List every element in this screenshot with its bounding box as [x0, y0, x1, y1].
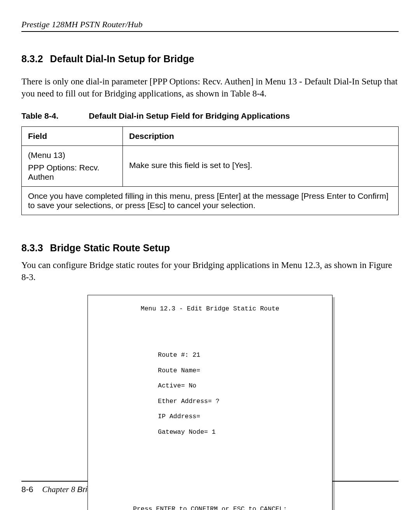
- terminal-line: Active= No: [100, 382, 320, 390]
- terminal-line: Gateway Node= 1: [100, 428, 320, 436]
- terminal-line: IP Address=: [100, 413, 320, 421]
- terminal-footer: Press ENTER to CONFIRM or ESC to CANCEL:: [100, 505, 320, 510]
- terminal-blank: [100, 475, 320, 482]
- table-cell-field: (Menu 13) PPP Options: Recv. Authen: [22, 146, 123, 187]
- table-header-field: Field: [22, 127, 123, 146]
- terminal-box: Menu 12.3 - Edit Bridge Static Route Rou…: [88, 295, 332, 510]
- table-cell-description: Make sure this field is set to [Yes].: [123, 146, 399, 187]
- table-row: (Menu 13) PPP Options: Recv. Authen Make…: [22, 146, 399, 187]
- terminal-blank: [100, 459, 320, 467]
- description-text: Make sure this field is set to [Yes].: [129, 161, 252, 170]
- section1-body: There is only one dial-in parameter [PPP…: [21, 75, 399, 100]
- spacer: [129, 151, 392, 161]
- terminal-line: Route #: 21: [100, 351, 320, 359]
- field-line2: PPP Options: Recv. Authen: [28, 163, 100, 181]
- field-line1: (Menu 13): [28, 151, 116, 160]
- section-heading-1: 8.3.2Default Dial-In Setup for Bridge: [21, 53, 399, 65]
- section-number: 8.3.3: [21, 242, 43, 254]
- terminal-blank: [100, 336, 320, 344]
- table-header-row: Field Description: [22, 127, 399, 146]
- table-footer-note: Once you have completed filling in this …: [22, 187, 399, 215]
- table-caption-number: Table 8-4.: [21, 111, 58, 121]
- table-row: Once you have completed filling in this …: [22, 187, 399, 215]
- section-title: Default Dial-In Setup for Bridge: [50, 53, 194, 64]
- terminal-blank: [100, 444, 320, 452]
- terminal-blank: [100, 490, 320, 498]
- table-caption: Table 8-4.Default Dial-in Setup Field fo…: [21, 111, 399, 121]
- figure-wrapper: Menu 12.3 - Edit Bridge Static Route Rou…: [21, 295, 399, 510]
- section2-body: You can configure Bridge static routes f…: [21, 259, 399, 283]
- page-number: 8-6: [21, 485, 33, 494]
- chapter-label: Chapter 8: [42, 485, 75, 494]
- section-title: Bridge Static Route Setup: [50, 242, 170, 253]
- terminal-box-outer: Menu 12.3 - Edit Bridge Static Route Rou…: [88, 295, 332, 510]
- data-table: Field Description (Menu 13) PPP Options:…: [21, 126, 399, 215]
- terminal-line: Ether Address= ?: [100, 398, 320, 405]
- table-header-description: Description: [123, 127, 399, 146]
- terminal-line: Route Name=: [100, 367, 320, 375]
- section-number: 8.3.2: [21, 53, 43, 65]
- page-header: Prestige 128MH PSTN Router/Hub: [21, 19, 399, 32]
- section-heading-2: 8.3.3Bridge Static Route Setup: [21, 242, 399, 254]
- table-caption-title: Default Dial-in Setup Field for Bridging…: [89, 111, 290, 120]
- terminal-blank: [100, 321, 320, 328]
- terminal-title: Menu 12.3 - Edit Bridge Static Route: [100, 305, 320, 313]
